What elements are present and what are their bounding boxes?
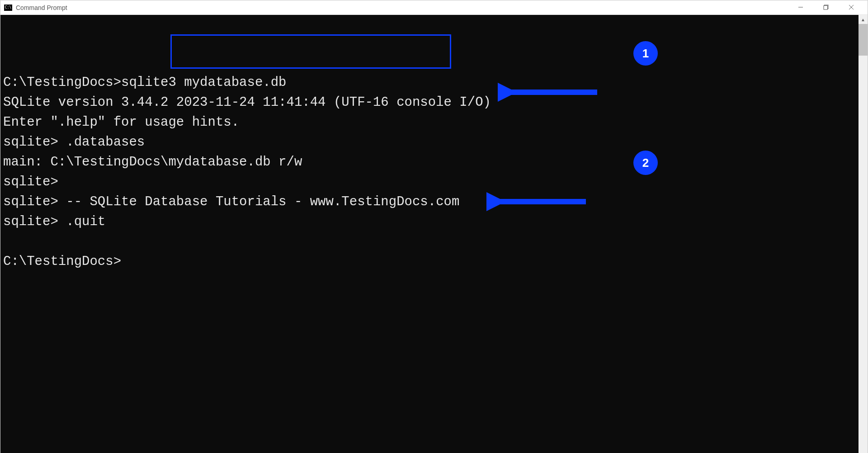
- scroll-up-icon[interactable]: ▲: [859, 15, 868, 24]
- window-controls: [788, 0, 864, 14]
- annotation-badge-1: 1: [633, 41, 658, 66]
- maximize-button[interactable]: [813, 0, 839, 14]
- terminal-line: Enter ".help" for usage hints.: [3, 115, 239, 130]
- close-button[interactable]: [839, 0, 864, 14]
- arrow-1-icon: [498, 40, 602, 145]
- command-prompt-window: C:\ Command Prompt C:\TestingDocs>sqlite…: [0, 0, 868, 453]
- terminal-line: sqlite> .quit: [3, 214, 105, 229]
- svg-rect-2: [824, 6, 828, 10]
- titlebar[interactable]: C:\ Command Prompt: [0, 0, 868, 15]
- terminal-line: SQLite version 3.44.2 2023-11-24 11:41:4…: [3, 95, 491, 110]
- cmd-icon: C:\: [4, 5, 12, 11]
- arrow-2-icon: [486, 149, 590, 254]
- terminal-line: C:\TestingDocs>sqlite3 mydatabase.db: [3, 75, 287, 90]
- terminal-line: main: C:\TestingDocs\mydatabase.db r/w: [3, 155, 302, 170]
- terminal-output[interactable]: C:\TestingDocs>sqlite3 mydatabase.db SQL…: [0, 15, 859, 453]
- terminal-line: sqlite> -- SQLite Database Tutorials - w…: [3, 194, 459, 209]
- terminal-line: sqlite> .databases: [3, 135, 145, 150]
- terminal-line: C:\TestingDocs>: [3, 254, 121, 269]
- terminal-wrap: C:\TestingDocs>sqlite3 mydatabase.db SQL…: [0, 15, 868, 453]
- terminal-line: sqlite>: [3, 175, 58, 189]
- highlight-box-1: [170, 34, 451, 69]
- scroll-thumb[interactable]: [859, 24, 868, 56]
- annotation-badge-2: 2: [633, 151, 658, 175]
- window-title: Command Prompt: [16, 4, 788, 11]
- minimize-button[interactable]: [788, 0, 813, 14]
- vertical-scrollbar[interactable]: ▲ ▼: [859, 15, 868, 453]
